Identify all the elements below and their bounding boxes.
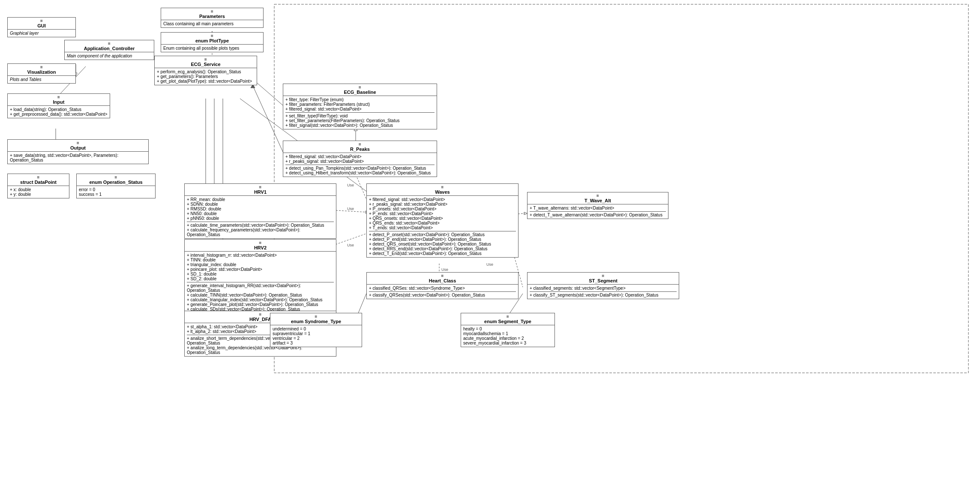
- waves-stereotype: ≡: [369, 185, 516, 189]
- struct-datapoint-box: ≡ struct DataPoint + x: double + y: doub…: [7, 174, 69, 198]
- enum-plottype-stereotype: ≡: [163, 33, 261, 38]
- ecg-service-stereotype: ≡: [156, 57, 255, 62]
- hrv1-name: HRV1: [254, 189, 267, 195]
- waves-method-4: + detect_RRS_end(std::vector<DataPoint>)…: [369, 246, 516, 251]
- t-wave-alt-method-1: + detect_T_wave_alternan(std::vector<Dat…: [530, 213, 666, 217]
- hrv2-header: ≡ HRV2: [185, 240, 336, 252]
- hrv2-body: + interval_histogram_rr: std::vector<Dat…: [185, 252, 336, 313]
- visualization-name: Visualization: [27, 69, 56, 75]
- gui-body: Graphical layer: [8, 30, 75, 37]
- parameters-header: ≡ Parameters: [161, 8, 263, 20]
- st-segment-method-1: + classify_ST_segments(std::vector<DataP…: [530, 293, 677, 297]
- hrv2-attr-1: + interval_histogram_rr: std::vector<Dat…: [187, 253, 334, 258]
- st-segment-name: ST_Segment: [589, 278, 617, 283]
- r-peaks-box: ≡ R_Peaks + filtered_signal: std::vector…: [283, 141, 437, 177]
- t-wave-alt-header: ≡ T_Wave_Alt: [527, 192, 668, 204]
- visualization-description: Plots and Tables: [10, 77, 73, 82]
- svg-line-15: [253, 86, 285, 156]
- enum-segment-type-name: enum Segment_Type: [484, 319, 531, 324]
- output-box: ≡ Output + save_data(string, std::vector…: [7, 139, 149, 164]
- r-peaks-stereotype: ≡: [285, 142, 435, 147]
- parameters-description: Class containing all main parameters: [163, 21, 261, 26]
- st-segment-body: + classified_segments: std::vector<Segme…: [527, 285, 679, 299]
- enum-segment-type-body: healty = 0 myocardiallschemia = 1 acute_…: [461, 325, 554, 347]
- hrv2-attr-2: + TINN: double: [187, 258, 334, 262]
- hrv2-method-1: + generate_interval_histogram_RR(std::ve…: [187, 283, 334, 293]
- hrv2-attr-4: + poincare_plot: std::vector<DataPoint>: [187, 267, 334, 272]
- app-controller-name: Application_Controller: [84, 46, 135, 51]
- gui-description: Graphical layer: [10, 31, 73, 36]
- ecg-baseline-method-2: + set_filter_parameters(FilterParameters…: [285, 118, 435, 123]
- waves-attr-2: + r_peaks_signal: std::vector<DataPoint>: [369, 202, 516, 207]
- svg-text:Use: Use: [347, 207, 354, 211]
- hrv1-method-1: + calculate_time_parameters(std::vector<…: [187, 223, 334, 228]
- ecg-service-header: ≡ ECG_Service: [155, 56, 257, 68]
- heart-class-attr-1: + classified_QRSes: std::vector<Syndrome…: [369, 286, 516, 291]
- ecg-baseline-body: + filter_type: FilterType (enum) + filte…: [283, 96, 437, 129]
- st-segment-attr-1: + classified_segments: std::vector<Segme…: [530, 286, 677, 291]
- enum-plottype-body: Enum containing all possible plots types: [161, 45, 263, 52]
- enum-segment-type-val-1: healty = 0: [463, 327, 552, 331]
- ecg-baseline-header: ≡ ECG_Baseline: [283, 84, 437, 96]
- enum-segment-type-val-4: severe_myocardial_infarction = 3: [463, 341, 552, 345]
- app-controller-header: ≡ Application_Controller: [65, 40, 154, 52]
- t-wave-alt-name: T_Wave_Alt: [584, 198, 611, 203]
- output-name: Output: [70, 145, 86, 150]
- ecg-baseline-attr-2: + filter_parameters: FilterParameters (s…: [285, 102, 435, 107]
- input-method-2: + get_preprocessed_data(): std::vector<D…: [10, 112, 108, 117]
- struct-datapoint-body: + x: double + y: double: [8, 186, 69, 198]
- heart-class-header: ≡ Heart_Class: [367, 273, 518, 285]
- enum-syndrome-type-stereotype: ≡: [272, 314, 360, 319]
- hrv1-attr-4: + NN50: double: [187, 211, 334, 216]
- parameters-body: Class containing all main parameters: [161, 20, 263, 27]
- enum-segment-type-box: ≡ enum Segment_Type healty = 0 myocardia…: [461, 313, 555, 347]
- gui-header: ≡ GUI: [8, 18, 75, 30]
- r-peaks-header: ≡ R_Peaks: [283, 141, 437, 153]
- waves-attr-1: + filtered_signal: std::vector<DataPoint…: [369, 197, 516, 202]
- visualization-box: ≡ Visualization Plots and Tables: [7, 63, 76, 84]
- hrv-dfa-name: HRV_DFA: [249, 317, 271, 322]
- enum-operation-status-header: ≡ enum Operation_Status: [77, 174, 155, 186]
- visualization-stereotype: ≡: [9, 65, 74, 69]
- hrv1-body: + RR_mean: double + SDNN: double + RMSSD…: [185, 196, 336, 238]
- app-controller-box: ≡ Application_Controller Main component …: [64, 40, 154, 60]
- svg-line-13: [253, 79, 285, 107]
- r-peaks-attr-2: + r_peaks_signal: std::vector<DataPoint>: [285, 159, 435, 164]
- ecg-baseline-name: ECG_Baseline: [344, 90, 376, 95]
- diagram-container: Use Use Use Use Use Use Use: [0, 0, 980, 477]
- hrv1-attr-5: + pNN50: double: [187, 216, 334, 221]
- waves-header: ≡ Waves: [367, 184, 518, 196]
- enum-operation-status-body: error = 0 success = 1: [77, 186, 155, 198]
- ecg-baseline-attr-1: + filter_type: FilterType (enum): [285, 97, 435, 102]
- waves-attr-4: + P_ends: std::vector<DataPoint>: [369, 211, 516, 216]
- struct-datapoint-header: ≡ struct DataPoint: [8, 174, 69, 186]
- enum-operation-status-box: ≡ enum Operation_Status error = 0 succes…: [76, 174, 156, 198]
- waves-attr-6: + QRS_ends: std::vector<DataPoint>: [369, 221, 516, 225]
- hrv2-attr-3: + triangular_index: double: [187, 262, 334, 267]
- hrv2-attr-5: + SD_1: double: [187, 272, 334, 276]
- t-wave-alt-body: + T_wave_alternans: std::vector<DataPoin…: [527, 204, 668, 219]
- hrv1-box: ≡ HRV1 + RR_mean: double + SDNN: double …: [184, 183, 336, 239]
- heart-class-name: Heart_Class: [429, 278, 456, 283]
- svg-text:Use: Use: [441, 267, 448, 272]
- r-peaks-method-2: + detect_using_Hilbert_transform(std::ve…: [285, 171, 435, 175]
- hrv1-attr-2: + SDNN: double: [187, 202, 334, 207]
- hrv2-attr-6: + SD_2: double: [187, 276, 334, 281]
- svg-text:Use: Use: [347, 243, 354, 247]
- struct-datapoint-stereotype: ≡: [9, 175, 67, 180]
- ecg-service-box: ≡ ECG_Service + perform_ecg_analysis(): …: [154, 56, 257, 85]
- ecg-baseline-attr-3: + filtered_signal: std::vector<DataPoint…: [285, 107, 435, 111]
- gui-box: ≡ GUI Graphical layer: [7, 17, 76, 37]
- waves-method-1: + detect_P_onset(std::vector<DataPoint>)…: [369, 232, 516, 237]
- ecg-service-method-3: + get_plot_data(PlotType): std::vector<D…: [157, 79, 255, 84]
- hrv2-method-2: + calculate_TINN(std::vector<DataPoint>)…: [187, 293, 334, 297]
- enum-syndrome-type-val-3: ventricular = 2: [273, 336, 360, 341]
- ecg-service-method-2: + get_parameters(): Parameters: [157, 74, 255, 79]
- hrv1-attr-1: + RR_mean: double: [187, 197, 334, 202]
- ecg-service-body: + perform_ecg_analysis(): Operation_Stat…: [155, 68, 257, 85]
- enum-syndrome-type-body: undetermined = 0 supraventricular = 1 ve…: [270, 325, 362, 347]
- svg-text:Use: Use: [347, 183, 354, 187]
- waves-attr-7: + T_ends: std::vector<DataPoint>: [369, 225, 516, 230]
- enum-syndrome-type-header: ≡ enum Syndrome_Type: [270, 313, 362, 325]
- ecg-baseline-method-1: + set_filter_type(FilterType): void: [285, 114, 435, 118]
